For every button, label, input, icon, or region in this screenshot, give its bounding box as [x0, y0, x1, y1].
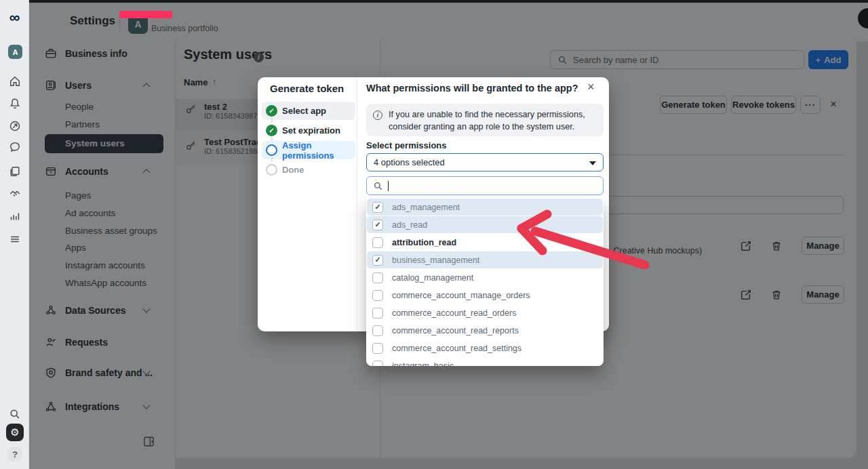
permission-option[interactable]: instagram_basic: [367, 357, 603, 366]
permission-option[interactable]: commerce_account_manage_orders: [367, 287, 603, 304]
inbox-icon[interactable]: [8, 140, 21, 153]
rail-business-avatar[interactable]: A: [8, 45, 22, 59]
help-icon[interactable]: ?: [7, 447, 22, 462]
permission-option[interactable]: catalog_management: [367, 269, 603, 286]
permission-label: commerce_account_manage_orders: [392, 291, 530, 300]
redaction-bar: [119, 11, 172, 18]
dialog-stepper: Generate token ✓ Select app ✓ Set expira…: [258, 77, 357, 331]
all-tools-icon[interactable]: [8, 232, 21, 245]
check-circle-icon: ✓: [266, 105, 277, 117]
permission-label: ads_management: [392, 203, 460, 212]
todo-step-circle-icon: [266, 164, 277, 176]
permission-label: business_management: [392, 256, 479, 265]
permission-option[interactable]: ads_management: [367, 199, 603, 216]
select-permissions-label: Select permissions: [366, 140, 447, 150]
checkbox-icon[interactable]: [372, 361, 383, 367]
permission-option[interactable]: commerce_account_read_settings: [367, 340, 603, 356]
step-select-app[interactable]: ✓ Select app: [262, 102, 355, 120]
meta-logo-icon[interactable]: ∞: [5, 9, 24, 26]
close-dialog-icon[interactable]: ×: [587, 80, 595, 94]
info-circle-icon: i: [373, 110, 382, 120]
text-cursor: [388, 181, 389, 191]
notifications-icon[interactable]: [8, 97, 21, 110]
permission-label: ads_read: [392, 220, 427, 230]
check-circle-icon: ✓: [266, 125, 277, 136]
checkbox-icon[interactable]: [372, 290, 383, 301]
step-set-expiration[interactable]: ✓ Set expiration: [262, 121, 355, 140]
dialog-title: Generate token: [270, 83, 344, 94]
ads-icon[interactable]: [8, 119, 21, 132]
permission-label: attribution_read: [392, 238, 456, 247]
permissions-search-input[interactable]: [366, 176, 604, 195]
checkbox-icon[interactable]: [372, 202, 383, 213]
permission-option[interactable]: commerce_account_read_orders: [367, 304, 603, 321]
content-icon[interactable]: [8, 165, 21, 178]
permission-label: commerce_account_read_settings: [392, 344, 521, 353]
permissions-dropdown[interactable]: 4 options selected: [366, 153, 604, 171]
permission-option[interactable]: ads_read: [367, 216, 603, 233]
search-icon[interactable]: [8, 407, 21, 420]
permission-label: catalog_management: [392, 273, 473, 283]
search-icon: [373, 181, 383, 191]
step-assign-permissions[interactable]: Assign permissions: [262, 141, 355, 159]
permission-label: commerce_account_read_orders: [392, 308, 516, 318]
dropdown-selected-summary: 4 options selected: [374, 157, 445, 167]
insights-icon[interactable]: [8, 209, 21, 222]
permission-label: instagram_basic: [392, 361, 454, 367]
checkbox-icon[interactable]: [372, 343, 383, 354]
permission-label: commerce_account_read_reports: [392, 326, 519, 335]
active-step-circle-icon: [266, 144, 277, 156]
checkbox-icon[interactable]: [372, 308, 383, 319]
checkbox-icon[interactable]: [372, 325, 383, 336]
home-icon[interactable]: [8, 75, 21, 87]
checkbox-icon[interactable]: [372, 220, 383, 230]
partners-icon[interactable]: [8, 187, 21, 200]
permission-option[interactable]: commerce_account_read_reports: [367, 322, 603, 339]
step-done[interactable]: Done: [262, 161, 355, 179]
checkbox-icon[interactable]: [372, 272, 383, 283]
permissions-panel-title: What permissions will be granted to the …: [366, 83, 590, 94]
checkbox-icon[interactable]: [372, 237, 383, 248]
permission-option[interactable]: business_management: [367, 251, 603, 268]
permissions-listbox[interactable]: ads_management ads_read attribution_read…: [366, 197, 604, 366]
info-banner: i If you are unable to find the necessar…: [366, 104, 604, 136]
settings-gear-icon[interactable]: ⚙: [6, 424, 24, 441]
info-banner-text: If you are unable to find the necessary …: [389, 109, 597, 131]
permission-option[interactable]: attribution_read: [367, 234, 603, 251]
left-rail: ∞ A ⚙ ?: [0, 0, 29, 469]
checkbox-icon[interactable]: [372, 255, 383, 266]
app-window: Settings A Business portfolio f ∞ A: [0, 0, 868, 469]
dropdown-caret-icon: [589, 161, 596, 165]
